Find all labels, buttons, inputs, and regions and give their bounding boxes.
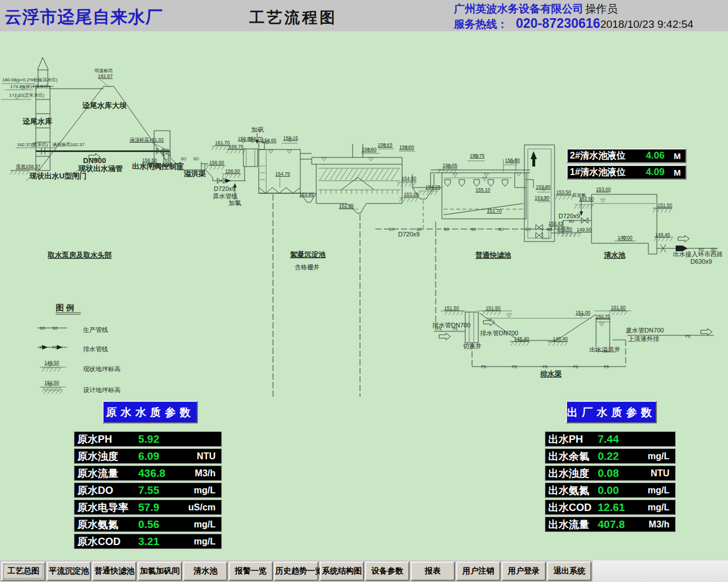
hotline-label: 服务热线： — [454, 18, 508, 30]
diagram-annotation: 156.05 — [442, 163, 457, 168]
diagram-annotation: 180.08(p=0.2%校核洪水位) — [2, 77, 57, 82]
diagram-annotation: D630x9 — [690, 258, 712, 265]
toolbar-button-11[interactable]: 用户注销 — [456, 562, 500, 581]
toolbar-button-3[interactable]: 普通快滤池 — [92, 562, 136, 581]
param-value: 407.8 — [598, 518, 625, 531]
toolbar-button-1[interactable]: 工艺总图 — [1, 562, 46, 581]
diagram-annotation: 151.70 — [487, 208, 502, 214]
toolbar-button-12[interactable]: 用户登录 — [502, 562, 546, 581]
diagram-annotation: 上清液外排 — [628, 335, 659, 342]
param-value: 3.21 — [138, 535, 159, 548]
diagram-annotation: SO — [181, 157, 186, 161]
param-unit: NTU — [651, 468, 669, 479]
diagram-annotation: 177.32(正常水位) — [9, 93, 44, 98]
level-label: 2#清水池液位 — [568, 150, 626, 162]
diagram-annotation: 普通快滤池 — [475, 251, 511, 259]
diagram-annotation: 158.60 — [362, 147, 377, 152]
toolbar-button-8[interactable]: 系统结构图 — [320, 562, 364, 581]
diagram-annotation: SO — [526, 227, 531, 231]
toolbar-button-9[interactable]: 设备参数 — [365, 562, 410, 581]
diagram-annotation: SO — [52, 326, 57, 330]
toolbar-button-13[interactable]: 退出系统 — [547, 562, 592, 581]
toolbar-button-5[interactable]: 清水池 — [183, 562, 228, 581]
param-unit: mg/L — [648, 502, 669, 513]
param-unit: M3/h — [649, 519, 669, 530]
diagram-annotation: 161.70 — [215, 140, 230, 146]
toolbar-button-2[interactable]: 平流沉淀池 — [47, 562, 91, 581]
param-row: 原水DO7.55mg/L — [74, 483, 222, 498]
diagram-annotation: 溢洪渠 — [184, 169, 206, 178]
diagram-annotation: 加氯 — [229, 199, 241, 206]
diagram-annotation: 设计地坪标高 — [83, 386, 121, 393]
param-unit: mg/L — [194, 485, 216, 496]
diagram-annotation: PS — [52, 346, 57, 350]
diagram-annotation: SO — [569, 219, 574, 223]
diagram-annotation: PS — [543, 365, 548, 369]
diagram-annotation: 含格栅井 — [295, 264, 320, 271]
diagram-annotation: 废水管DN700 — [626, 327, 664, 334]
param-row: 出水流量407.8M3/h — [545, 517, 676, 532]
diagram-annotation: 151.50 — [444, 305, 459, 311]
diagram-annotation: SO — [389, 227, 394, 231]
diagram-annotation: 151.50 — [486, 305, 500, 311]
param-value: 0.22 — [598, 450, 619, 463]
diagram-annotation: 现状地坪标高 — [83, 365, 121, 372]
diagram-annotation: 152.50 — [44, 380, 59, 385]
outlet-water-panel-title: 出厂水质参数 — [566, 401, 657, 423]
diagram-annotation: 涵底标高162.37 — [52, 142, 85, 147]
param-row: 出水浊度0.08NTU — [545, 465, 676, 481]
diagram-annotation: 坝顶标高 — [94, 68, 113, 73]
diagram-annotation: PS — [604, 365, 609, 369]
diagram-annotation: SO — [416, 227, 421, 231]
diagram-annotation: 155.10 — [475, 187, 490, 193]
title-bar: 云浮市迳尾自来水厂 工艺流程图 广州英波水务设备有限公司操作员 服务热线：020… — [0, 0, 728, 32]
diagram-annotation: 排水管线 — [83, 346, 108, 352]
diagram-annotation: 153.00 — [596, 186, 611, 192]
toolbar-button-10[interactable]: 报表 — [411, 562, 455, 581]
param-label: 原水DO — [75, 484, 113, 497]
rapid-filter-tank — [431, 155, 533, 330]
param-label: 原水COD — [75, 535, 121, 548]
diagram-annotation: 153.80 — [536, 184, 551, 190]
param-value: 7.44 — [598, 433, 619, 446]
diagram-annotation: 156.50 — [225, 168, 240, 174]
diagram-annotation: 生产管线 — [83, 326, 108, 333]
diagram-annotation: 148.40 — [655, 232, 670, 238]
clearwater-level-display: 1#清水池液位4.09M — [566, 165, 686, 180]
diagram-annotation: 絮凝沉淀池 — [289, 251, 326, 259]
level-value: 4.09 — [646, 167, 664, 178]
param-row: 原水浊度6.09NTU — [74, 448, 222, 464]
diagram-annotation: 154.75 — [275, 171, 290, 177]
diagram-annotation: SO — [711, 247, 716, 251]
diagram-annotation: 153.20 — [404, 192, 419, 197]
param-value: 436.8 — [138, 467, 166, 480]
diagram-annotation: SO — [444, 227, 449, 231]
param-label: 原水电导率 — [75, 501, 129, 514]
param-value: 0.56 — [138, 518, 159, 531]
toolbar-button-7[interactable]: 历史趋势一览 — [274, 562, 318, 581]
diagram-annotation: 179.29(设计洪水位) — [10, 84, 50, 89]
param-label: 出水COD — [545, 501, 592, 514]
param-value: 12.61 — [598, 501, 625, 514]
diagram-annotation: SO — [40, 326, 45, 330]
param-label: 出水流量 — [545, 518, 589, 531]
toolbar-button-4[interactable]: 加氯加矾间 — [138, 562, 182, 581]
diagram-annotation: SO — [698, 247, 704, 251]
diagram-annotation: 150.43 — [548, 221, 563, 226]
param-unit: mg/L — [194, 537, 216, 547]
param-label: 出水浊度 — [545, 467, 589, 480]
navigation-toolbar: 工艺总图平流沉淀池普通快滤池加氯加矾间清水池报警一览历史趋势一览系统结构图设备参… — [0, 560, 728, 582]
param-label: 出水氨氮 — [545, 484, 589, 497]
param-value: 6.09 — [138, 450, 159, 463]
toolbar-button-6[interactable]: 报警一览 — [229, 562, 273, 581]
param-label: 出水PH — [545, 433, 583, 446]
diagram-annotation: 取水泵房及取水头部 — [47, 251, 112, 259]
level-value: 4.06 — [646, 150, 664, 161]
diagram-annotation: 158.75 — [229, 144, 243, 149]
diagram-annotation: SO — [547, 227, 552, 231]
param-label: 原水浊度 — [75, 450, 118, 463]
diagram-annotation: PS — [40, 346, 45, 350]
param-label: 出水余氯 — [545, 450, 589, 463]
diagram-annotation: 162.37(死水位) — [17, 142, 48, 147]
diagram-annotation: 153.50 — [556, 189, 571, 195]
